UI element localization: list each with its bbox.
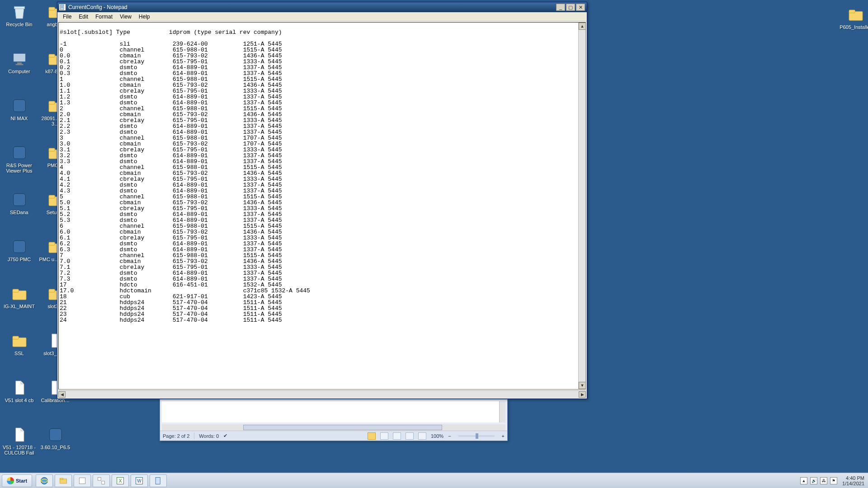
taskbar-app1-icon[interactable] (74, 474, 91, 487)
desktop-icon-label: 3.60.10_P6.5 (41, 445, 70, 450)
tray-security-icon[interactable]: ⚑ (830, 477, 837, 484)
svg-rect-0 (14, 6, 24, 9)
taskbar-quick-launch: X W (35, 473, 168, 488)
desktop-icon[interactable]: V51 slot 4 cb (2, 379, 36, 403)
taskbar-explorer-icon[interactable] (55, 474, 72, 487)
desktop-icon-label: IG-XL_MAINT (4, 304, 35, 309)
svg-rect-7 (13, 241, 25, 253)
desktop-icon-label: V51 - 120718 - CULCUB Fail (2, 445, 36, 455)
notepad-text-area[interactable]: #slot[.subslot] Type idprom (type serial… (59, 28, 578, 383)
menu-file[interactable]: File (59, 13, 75, 21)
menu-edit[interactable]: Edit (75, 13, 92, 21)
desktop-icon[interactable]: Recycle Bin (2, 3, 36, 27)
tray-time: 4:40 PM (842, 475, 864, 481)
word-vertical-scrollbar[interactable] (499, 401, 505, 422)
scroll-up-button[interactable]: ▲ (579, 23, 586, 30)
desktop-icon-label: P605_Installer (840, 24, 868, 30)
word-view-outline[interactable] (406, 432, 414, 440)
desktop-icon[interactable]: Computer (2, 50, 36, 74)
app-icon (10, 97, 28, 115)
svg-rect-44 (156, 477, 160, 484)
desktop-icon[interactable]: P605_Installer (839, 5, 868, 30)
taskbar-word-icon[interactable]: W (131, 474, 148, 487)
word-word-count[interactable]: Words: 0 (199, 433, 219, 439)
menu-help[interactable]: Help (135, 13, 154, 21)
desktop-icon-label: V51 slot 4 cb (5, 398, 34, 403)
scroll-left-button[interactable]: ◀ (58, 391, 66, 398)
menu-view[interactable]: View (116, 13, 135, 21)
word-zoom-value[interactable]: 100% (431, 433, 443, 439)
taskbar-notepad-icon[interactable] (150, 474, 167, 487)
word-view-web-layout[interactable] (393, 432, 401, 440)
word-window-fragment[interactable]: Page: 2 of 2 Words: 0 ✔ 100% − + (160, 399, 508, 441)
word-status-bar: Page: 2 of 2 Words: 0 ✔ 100% − + (160, 431, 507, 441)
taskbar-app2-icon[interactable] (93, 474, 110, 487)
word-proofing-icon[interactable]: ✔ (223, 433, 227, 439)
svg-rect-19 (49, 148, 55, 151)
tray-show-hidden-icon[interactable]: ▲ (800, 477, 807, 484)
desktop-icon[interactable]: SSL (2, 332, 36, 356)
word-zoom-out-button[interactable]: − (448, 433, 451, 439)
taskbar-excel-icon[interactable]: X (112, 474, 129, 487)
svg-rect-13 (49, 7, 55, 10)
notepad-horizontal-scrollbar[interactable]: ◀ ▶ (58, 390, 586, 398)
desktop-icon[interactable]: IG-XL_MAINT (2, 285, 36, 309)
notepad-menubar: FileEditFormatViewHelp (57, 12, 587, 21)
folder-icon (10, 332, 28, 350)
desktop-icon[interactable]: 3.60.10_P6.5 (38, 426, 72, 450)
svg-point-33 (41, 477, 48, 484)
windows-orb-icon (7, 477, 14, 484)
maximize-button[interactable]: ▢ (566, 4, 575, 11)
svg-rect-28 (849, 10, 855, 13)
desktop-icon-label: SSL (14, 351, 24, 356)
svg-rect-5 (13, 147, 25, 159)
tray-volume-icon[interactable]: 🔊 (810, 477, 817, 484)
word-zoom-knob[interactable] (476, 433, 478, 439)
start-button[interactable]: Start (2, 474, 32, 487)
desktop-icon[interactable]: NI MAX (2, 97, 36, 121)
word-page-indicator[interactable]: Page: 2 of 2 (163, 433, 189, 439)
svg-rect-38 (98, 477, 101, 480)
start-label: Start (16, 478, 27, 483)
word-document-area[interactable] (162, 401, 505, 422)
word-hscroll-thumb[interactable] (243, 425, 442, 430)
file-icon (10, 426, 28, 444)
bin-icon (10, 3, 28, 21)
close-button[interactable]: ✕ (576, 4, 585, 11)
svg-rect-29 (61, 5, 64, 10)
desktop-icon-label: R&S Power Viewer Plus (2, 163, 36, 174)
svg-rect-25 (49, 289, 55, 292)
app-icon (47, 426, 65, 444)
desktop-icon[interactable]: SEDana (2, 191, 36, 215)
svg-rect-9 (13, 289, 19, 292)
minimize-button[interactable]: _ (556, 4, 565, 11)
tray-network-icon[interactable]: 🖧 (820, 477, 827, 484)
scroll-right-button[interactable]: ▶ (579, 391, 586, 398)
file-icon (10, 379, 28, 397)
svg-rect-39 (102, 481, 105, 484)
scroll-down-button[interactable]: ▼ (579, 382, 586, 389)
desktop-icon[interactable]: R&S Power Viewer Plus (2, 144, 36, 174)
svg-rect-3 (15, 64, 23, 66)
desktop-icon[interactable]: J750 PMC (2, 238, 36, 262)
word-view-full-screen[interactable] (380, 432, 388, 440)
desktop[interactable]: Recycle BinComputerNI MAXR&S Power Viewe… (0, 0, 868, 488)
word-zoom-in-button[interactable]: + (502, 433, 505, 439)
svg-rect-15 (49, 54, 55, 57)
menu-format[interactable]: Format (92, 13, 116, 21)
notepad-window[interactable]: CurrentConfig - Notepad _ ▢ ✕ FileEditFo… (57, 2, 587, 399)
taskbar-ie-icon[interactable] (36, 474, 53, 487)
word-view-print-layout[interactable] (368, 432, 376, 440)
desktop-icon-label: Computer (8, 69, 30, 74)
word-horizontal-scrollbar[interactable] (162, 424, 505, 431)
desktop-icon-label: Recycle Bin (6, 22, 32, 27)
notepad-titlebar[interactable]: CurrentConfig - Notepad _ ▢ ✕ (57, 2, 587, 12)
svg-rect-36 (60, 478, 63, 479)
notepad-vertical-scrollbar[interactable]: ▲ ▼ (578, 23, 585, 389)
svg-text:X: X (119, 479, 122, 483)
desktop-icon[interactable]: V51 - 120718 - CULCUB Fail (2, 426, 36, 455)
tray-clock[interactable]: 4:40 PM 1/14/2021 (842, 475, 864, 486)
word-zoom-slider[interactable] (458, 435, 495, 437)
word-view-draft[interactable] (418, 432, 426, 440)
svg-rect-23 (49, 242, 55, 245)
